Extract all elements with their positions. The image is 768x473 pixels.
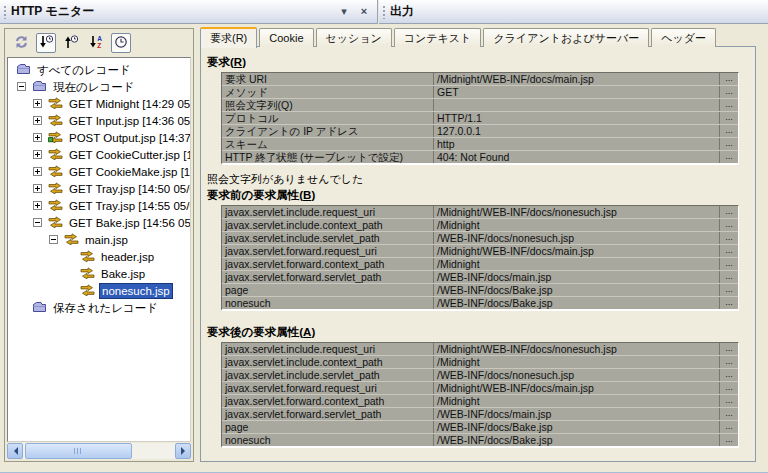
collapse-icon[interactable]	[17, 82, 26, 91]
attribute-name: nonesuch	[222, 434, 434, 446]
http-monitor-window: HTTP モニター ▾ × 出力 AZ すべてのレコード現在のレコードGET M…	[0, 0, 768, 473]
after-attributes-table: javax.servlet.include.request_uri/Midnig…	[221, 342, 739, 448]
tree-item[interactable]: GET Input.jsp [14:36 05/0	[8, 112, 190, 129]
tree-item[interactable]: main.jsp	[8, 231, 190, 248]
before-attributes-table: javax.servlet.include.request_uri/Midnig…	[221, 205, 739, 311]
attribute-value: /Midnight/WEB-INF/docs/nonesuch.jsp	[434, 343, 720, 355]
expand-value-button[interactable]: ...	[720, 125, 738, 137]
expand-value-button[interactable]: ...	[720, 151, 738, 163]
no-query-string-note: 照会文字列がありませんでした	[207, 172, 755, 187]
tree-item-label: GET Tray.jsp [14:55 05/0	[67, 199, 191, 213]
tree-item-label: Bake.jsp	[99, 267, 147, 281]
expand-value-button[interactable]: ...	[720, 421, 738, 433]
tree-item[interactable]: GET Midnight [14:29 05/	[8, 95, 190, 112]
expand-value-button[interactable]: ...	[720, 284, 738, 296]
expand-value-button[interactable]: ...	[720, 112, 738, 124]
attribute-name: javax.servlet.include.request_uri	[222, 206, 434, 218]
output-window-header[interactable]: 出力	[379, 0, 768, 24]
show-timestamp-button[interactable]	[111, 33, 131, 53]
expand-value-button[interactable]: ...	[720, 395, 738, 407]
tree-item-label: GET Tray.jsp [14:50 05/0	[67, 182, 191, 196]
monitor-window-header[interactable]: HTTP モニター ▾ ×	[0, 0, 378, 24]
tab-4[interactable]: クライアントおよびサーバー	[483, 28, 649, 47]
tree-item[interactable]: nonesuch.jsp	[8, 282, 190, 299]
tab-1[interactable]: Cookie	[259, 28, 313, 47]
tree-item-label: 現在のレコード	[51, 80, 137, 94]
tree-item[interactable]: GET Tray.jsp [14:55 05/0	[8, 197, 190, 214]
attribute-name: javax.servlet.include.servlet_path	[222, 232, 434, 244]
tree-item[interactable]: GET CookieMake.jsp [14:	[8, 163, 190, 180]
scroll-right-button[interactable]	[175, 443, 191, 459]
record-icon	[48, 148, 63, 162]
sort-time-descending-button[interactable]	[36, 33, 56, 53]
expand-icon[interactable]	[33, 133, 42, 142]
scroll-left-button[interactable]	[7, 443, 23, 459]
tree-item[interactable]: すべてのレコード	[8, 61, 190, 78]
expand-value-button[interactable]: ...	[720, 258, 738, 270]
tree-item[interactable]: 現在のレコード	[8, 78, 190, 95]
expand-value-button[interactable]: ...	[720, 206, 738, 218]
attribute-value: http	[434, 138, 720, 150]
expand-value-button[interactable]: ...	[720, 73, 738, 85]
minimize-window-icon[interactable]: ▾	[337, 5, 351, 19]
expand-value-button[interactable]: ...	[720, 219, 738, 231]
tree-item[interactable]: GET CookieCutter.jsp [14	[8, 146, 190, 163]
tree-item[interactable]: 保存されたレコード	[8, 299, 190, 316]
reload-records-button[interactable]	[11, 33, 31, 53]
attribute-row: 照会文字列(Q)...	[222, 99, 738, 112]
sort-time-ascending-button[interactable]	[61, 33, 81, 53]
expand-value-button[interactable]: ...	[720, 356, 738, 368]
clock-icon	[114, 35, 128, 51]
attribute-value: /WEB-INF/docs/Bake.jsp	[434, 284, 720, 296]
drag-grip-icon[interactable]	[3, 5, 7, 19]
tab-3[interactable]: コンテキスト	[394, 28, 482, 47]
attribute-name: javax.servlet.forward.context_path	[222, 395, 434, 407]
expand-value-button[interactable]: ...	[720, 382, 738, 394]
expand-value-button[interactable]: ...	[720, 369, 738, 381]
attribute-row: メソッドGET...	[222, 86, 738, 99]
expand-icon[interactable]	[33, 99, 42, 108]
expand-value-button[interactable]: ...	[720, 245, 738, 257]
tree-item[interactable]: GET Bake.jsp [14:56 05/	[8, 214, 190, 231]
expand-value-button[interactable]: ...	[720, 343, 738, 355]
expand-icon[interactable]	[33, 201, 42, 210]
expand-value-button[interactable]: ...	[720, 232, 738, 244]
expand-value-button[interactable]: ...	[720, 271, 738, 283]
tab-2[interactable]: セッション	[316, 28, 392, 47]
expand-value-button[interactable]: ...	[720, 297, 738, 309]
collapse-icon[interactable]	[49, 235, 58, 244]
expand-icon[interactable]	[33, 116, 42, 125]
sort-alphabetical-button[interactable]: AZ	[86, 33, 106, 53]
tree-item-label: GET CookieMake.jsp [14:	[67, 165, 191, 179]
expand-value-button[interactable]: ...	[720, 86, 738, 98]
tab-0[interactable]: 要求(R)	[200, 27, 257, 48]
expand-icon[interactable]	[33, 150, 42, 159]
close-window-icon[interactable]: ×	[357, 5, 371, 19]
attribute-name: 要求 URI	[222, 73, 434, 85]
tree-item[interactable]: Bake.jsp	[8, 265, 190, 282]
attribute-name: javax.servlet.include.request_uri	[222, 343, 434, 355]
horizontal-scrollbar[interactable]	[7, 443, 191, 459]
attribute-value: /Midnight	[434, 258, 720, 270]
expand-value-button[interactable]: ...	[720, 434, 738, 446]
tab-5[interactable]: ヘッダー	[651, 28, 716, 47]
expand-value-button[interactable]: ...	[720, 408, 738, 420]
scrollbar-thumb[interactable]	[25, 443, 132, 459]
attribute-value: /WEB-INF/docs/nonesuch.jsp	[434, 232, 720, 244]
expand-value-button[interactable]: ...	[720, 99, 738, 111]
attribute-row: javax.servlet.include.request_uri/Midnig…	[222, 343, 738, 356]
drag-grip-icon[interactable]	[382, 5, 386, 19]
folder-icon	[32, 301, 47, 315]
expand-icon[interactable]	[33, 167, 42, 176]
tree-item[interactable]: header.jsp	[8, 248, 190, 265]
tree-item[interactable]: POST Output.jsp [14:37 0	[8, 129, 190, 146]
tree-item[interactable]: GET Tray.jsp [14:50 05/0	[8, 180, 190, 197]
attribute-row: nonesuch/WEB-INF/docs/Bake.jsp...	[222, 434, 738, 446]
expand-value-button[interactable]: ...	[720, 138, 738, 150]
expand-icon[interactable]	[33, 184, 42, 193]
attribute-value: /Midnight/WEB-INF/docs/main.jsp	[434, 245, 720, 257]
attribute-name: page	[222, 421, 434, 433]
collapse-icon[interactable]	[33, 218, 42, 227]
attribute-value	[434, 99, 720, 111]
attribute-name: javax.servlet.include.servlet_path	[222, 369, 434, 381]
